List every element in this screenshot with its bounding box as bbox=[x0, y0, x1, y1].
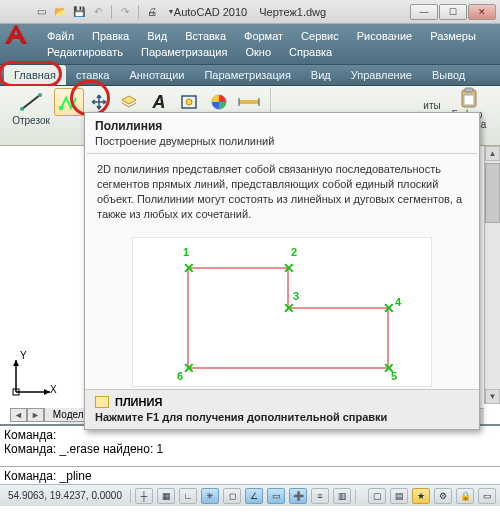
status-clean-icon[interactable]: ▭ bbox=[478, 488, 496, 504]
tooltip-subtitle: Построение двумерных полилиний bbox=[85, 135, 479, 153]
svg-point-2 bbox=[38, 93, 42, 97]
polyline-button[interactable] bbox=[54, 88, 84, 116]
status-lock-icon[interactable]: 🔒 bbox=[456, 488, 474, 504]
axis-y-label: Y bbox=[20, 350, 27, 361]
color-wheel-icon bbox=[209, 93, 229, 111]
tab-manage[interactable]: Управление bbox=[341, 65, 422, 85]
app-title: AutoCAD 2010 bbox=[174, 6, 247, 18]
measure-icon bbox=[237, 93, 261, 111]
close-button[interactable]: ✕ bbox=[468, 4, 496, 20]
redo-icon[interactable]: ↷ bbox=[117, 4, 133, 20]
axis-x-label: X bbox=[50, 384, 57, 395]
status-bar: 54.9063, 19.4237, 0.0000 ┼ ▦ ∟ ✳ ◻ ∠ ▭ ➕… bbox=[0, 484, 500, 506]
command-icon bbox=[95, 396, 109, 408]
svg-rect-3 bbox=[59, 106, 63, 110]
menu-file[interactable]: Файл bbox=[38, 28, 83, 44]
status-ducs-icon[interactable]: ▭ bbox=[267, 488, 285, 504]
open-icon[interactable]: 📂 bbox=[52, 4, 68, 20]
maximize-button[interactable]: ☐ bbox=[439, 4, 467, 20]
svg-point-5 bbox=[186, 99, 192, 105]
status-dyn-icon[interactable]: ➕ bbox=[289, 488, 307, 504]
status-model-icon[interactable]: ▢ bbox=[368, 488, 386, 504]
menu-param[interactable]: Параметризация bbox=[132, 44, 236, 60]
move-icon bbox=[89, 93, 109, 111]
tab-nav-left-icon[interactable]: ◄ bbox=[10, 408, 27, 422]
svg-rect-12 bbox=[464, 95, 474, 105]
block-icon bbox=[179, 93, 199, 111]
vertical-scrollbar[interactable]: ▲ ▼ bbox=[484, 146, 500, 404]
status-ortho-icon[interactable]: ∟ bbox=[179, 488, 197, 504]
document-title: Чертеж1.dwg bbox=[259, 6, 326, 18]
status-polar-icon[interactable]: ✳ bbox=[201, 488, 219, 504]
minimize-button[interactable]: — bbox=[410, 4, 438, 20]
status-lwt-icon[interactable]: ≡ bbox=[311, 488, 329, 504]
status-annoscale-icon[interactable]: ★ bbox=[412, 488, 430, 504]
command-input[interactable]: Команда: _pline bbox=[0, 466, 500, 484]
menu-window[interactable]: Окно bbox=[236, 44, 280, 60]
tooltip-title: Полилиния bbox=[85, 113, 479, 135]
ucs-icon: Y X bbox=[10, 354, 54, 400]
tooltip-body: 2D полилиния представляет собой связанну… bbox=[85, 154, 479, 229]
status-qp-icon[interactable]: ▥ bbox=[333, 488, 351, 504]
menu-insert[interactable]: Вставка bbox=[176, 28, 235, 44]
layout-tabs: ◄ ► Модел bbox=[10, 408, 93, 422]
print-icon[interactable]: 🖨 bbox=[144, 4, 160, 20]
tab-view[interactable]: Вид bbox=[301, 65, 341, 85]
menu-draw[interactable]: Рисование bbox=[348, 28, 421, 44]
quick-access-toolbar: ▭ 📂 💾 ↶ ↷ 🖨 ▼ bbox=[4, 4, 179, 20]
svg-line-0 bbox=[22, 95, 40, 109]
save-icon[interactable]: 💾 bbox=[71, 4, 87, 20]
tab-output[interactable]: Вывод bbox=[422, 65, 475, 85]
menu-view[interactable]: Вид bbox=[138, 28, 176, 44]
line-button[interactable]: Отрезок bbox=[8, 88, 54, 128]
status-grid-icon[interactable]: ▦ bbox=[157, 488, 175, 504]
status-otrack-icon[interactable]: ∠ bbox=[245, 488, 263, 504]
scroll-up-icon[interactable]: ▲ bbox=[485, 146, 500, 161]
tooltip-polyline: Полилиния Построение двумерных полилиний… bbox=[84, 112, 480, 430]
menu-dim[interactable]: Размеры bbox=[421, 28, 485, 44]
tab-nav-right-icon[interactable]: ► bbox=[27, 408, 44, 422]
menu-service[interactable]: Сервис bbox=[292, 28, 348, 44]
line-icon bbox=[17, 90, 45, 114]
polyline-icon bbox=[59, 93, 79, 111]
tab-insert[interactable]: ставка bbox=[66, 65, 120, 85]
status-osnap-icon[interactable]: ◻ bbox=[223, 488, 241, 504]
tooltip-f1-hint: Нажмите F1 для получения дополнительной … bbox=[95, 411, 469, 423]
line-label: Отрезок bbox=[12, 115, 50, 126]
tab-home[interactable]: Главная bbox=[4, 65, 66, 85]
text-icon: A bbox=[153, 92, 166, 113]
svg-rect-11 bbox=[465, 88, 473, 92]
cmd-line: Команда: _.erase найдено: 1 bbox=[4, 442, 496, 456]
menu-edit[interactable]: Правка bbox=[83, 28, 138, 44]
scroll-thumb[interactable] bbox=[485, 163, 500, 223]
tab-parametric[interactable]: Параметризация bbox=[194, 65, 300, 85]
status-layout-icon[interactable]: ▤ bbox=[390, 488, 408, 504]
menu-modify[interactable]: Редактировать bbox=[38, 44, 132, 60]
tooltip-command: ПЛИНИЯ bbox=[115, 396, 162, 408]
layers-icon bbox=[119, 93, 139, 111]
title-bar: ▭ 📂 💾 ↶ ↷ 🖨 ▼ AutoCAD 2010 Чертеж1.dwg —… bbox=[0, 0, 500, 24]
tooltip-illustration: ✕1 ✕2 ✕3 ✕4 ✕5 ✕6 bbox=[132, 237, 432, 387]
menu-help[interactable]: Справка bbox=[280, 44, 341, 60]
new-icon[interactable]: ▭ bbox=[33, 4, 49, 20]
status-coords[interactable]: 54.9063, 19.4237, 0.0000 bbox=[4, 490, 126, 501]
menu-bar: Файл Правка Вид Вставка Формат Сервис Ри… bbox=[0, 24, 500, 65]
menu-format[interactable]: Формат bbox=[235, 28, 292, 44]
status-snap-icon[interactable]: ┼ bbox=[135, 488, 153, 504]
scroll-down-icon[interactable]: ▼ bbox=[485, 389, 500, 404]
undo-icon[interactable]: ↶ bbox=[90, 4, 106, 20]
application-menu-button[interactable] bbox=[2, 22, 30, 46]
clipboard-icon bbox=[455, 87, 483, 109]
ribbon-tab-row: Главная ставка Аннотации Параметризация … bbox=[0, 65, 500, 86]
tab-annotate[interactable]: Аннотации bbox=[119, 65, 194, 85]
svg-point-1 bbox=[20, 107, 24, 111]
status-workspace-icon[interactable]: ⚙ bbox=[434, 488, 452, 504]
